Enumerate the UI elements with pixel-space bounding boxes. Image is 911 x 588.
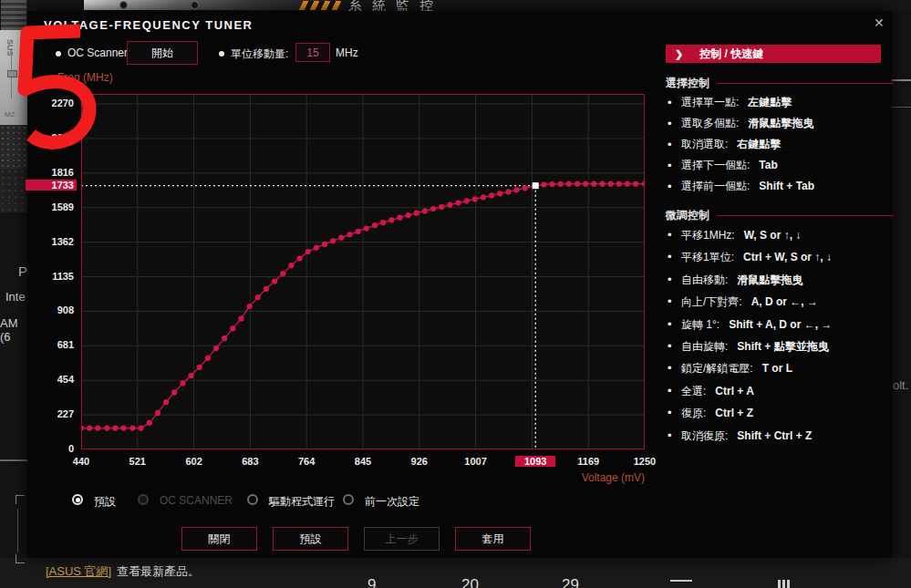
section-divider xyxy=(717,215,894,216)
x-tick-label: 1169 xyxy=(568,456,608,467)
shortcut-item: 自由移動:滑鼠點擊拖曳 xyxy=(666,269,903,291)
shortcut-item: 取消復原:Shift + Ctrl + Z xyxy=(666,425,903,447)
shortcut-item: 選取多個點:滑鼠點擊拖曳 xyxy=(666,113,903,134)
shortcut-item: 平移1MHz:W, S or ↑, ↓ xyxy=(666,224,903,246)
chevron-right-icon: ❯ xyxy=(675,48,683,60)
sus-logo-fragment: SUS xyxy=(5,39,15,57)
minimize-icon xyxy=(670,580,692,582)
vf-curve-chart[interactable]: 0227454681908113513621589173318162043227… xyxy=(81,94,645,449)
finetune-shortcut-list: 平移1MHz:W, S or ↑, ↓ 平移1單位:Ctrl + W, S or… xyxy=(666,224,903,447)
x-tick-label: 764 xyxy=(286,456,326,467)
y-tick-label: 2043 xyxy=(28,132,74,143)
shortcut-item: 平移1單位:Ctrl + W, S or ↑, ↓ xyxy=(666,246,903,268)
footer-text: 查看最新產品。 xyxy=(117,563,200,580)
y-tick-label: 681 xyxy=(28,339,74,350)
shortcut-item: 選擇下一個點:Tab xyxy=(666,155,903,176)
radio-default-label[interactable]: 預設 xyxy=(94,494,116,510)
background-bottom-strip: [ASUS 官網] 查看最新產品。 9 20 29 xyxy=(0,558,911,588)
bullet-icon xyxy=(56,51,61,57)
shortcut-item: 復原:Ctrl + Z xyxy=(666,402,903,424)
radio-oc-scanner-label[interactable]: OC SCANNER xyxy=(160,494,233,507)
step-amount-input[interactable] xyxy=(295,43,330,62)
shortcut-item: 向上/下對齊:A, D or ←, → xyxy=(666,291,903,313)
step-unit-label: MHz xyxy=(336,46,358,59)
close-button[interactable]: 關閉 xyxy=(181,527,257,551)
voltage-frequency-tuner-dialog: VOLTAGE-FREQUENCY TUNER ✕ OC Scanner 開始 … xyxy=(27,11,892,558)
motherboard-diagram-fragment: SUS M2 xyxy=(0,30,27,125)
connector-circle-icon xyxy=(119,1,128,9)
y-tick-label: 1362 xyxy=(28,236,74,247)
close-icon[interactable]: ✕ xyxy=(874,15,885,30)
radio-default[interactable] xyxy=(72,494,83,505)
x-tick-label: 440 xyxy=(61,456,101,467)
shortcut-item: 鎖定/解鎖電壓:T or L xyxy=(666,357,903,379)
x-tick-label: 1007 xyxy=(456,456,496,467)
placeholder-corner xyxy=(16,495,25,504)
background-number-fragment: 29 xyxy=(562,576,579,588)
y-tick-label: 908 xyxy=(28,304,74,315)
y-tick-label: 0 xyxy=(28,443,74,454)
background-number-fragment: 9 xyxy=(368,576,376,588)
background-top-strip: 系統監控 xyxy=(0,0,911,11)
section-title: 微調控制 xyxy=(666,208,709,223)
m2-label: M2 xyxy=(5,110,15,119)
y-tick-label: 1589 xyxy=(28,201,74,212)
pcb-photo-fragment xyxy=(0,125,27,169)
radio-driver-run[interactable] xyxy=(247,494,258,505)
screen: 系統監控 SUS M2 P Inte AM (6 olt. [ASUS 官網] … xyxy=(0,0,911,588)
chart-canvas[interactable] xyxy=(81,94,645,449)
diagram-slider xyxy=(7,70,17,77)
default-button[interactable]: 預設 xyxy=(273,527,348,551)
connector-circle-icon xyxy=(191,1,199,9)
y-tick-label: 454 xyxy=(28,374,74,385)
y-tick-label: 1733 xyxy=(26,180,77,191)
panel-header-title: 控制 / 快速鍵 xyxy=(699,46,763,62)
asus-website-link[interactable]: [ASUS 官網] xyxy=(46,563,111,580)
pin-header-fragment xyxy=(1,0,27,30)
radio-previous-setting[interactable] xyxy=(343,494,354,505)
y-tick-label: 227 xyxy=(28,408,74,419)
section-divider xyxy=(717,83,894,84)
section-selection-control: 選擇控制 xyxy=(666,76,894,91)
bullet-icon xyxy=(219,51,224,57)
step-amount-label: 單位移動量: xyxy=(231,46,288,62)
shortcut-item: 自由旋轉:Shift + 點擊並拖曳 xyxy=(666,335,903,357)
pcb-photo-fragment xyxy=(0,169,27,212)
placeholder-corner xyxy=(16,554,25,563)
controls-hotkeys-header[interactable]: ❯ 控制 / 快速鍵 xyxy=(666,45,881,63)
x-axis-title: Voltage (mV) xyxy=(517,471,645,484)
bars-icon xyxy=(778,580,790,588)
start-button[interactable]: 開始 xyxy=(127,41,198,65)
apply-button[interactable]: 套用 xyxy=(455,527,531,551)
shortcut-item: 全選:Ctrl + A xyxy=(666,380,903,402)
shortcut-item: 選擇前一個點:Shift + Tab xyxy=(666,176,903,197)
x-tick-label: 926 xyxy=(399,456,440,467)
x-tick-label: 1250 xyxy=(625,456,665,467)
section-fine-tune-control: 微調控制 xyxy=(666,208,894,223)
dialog-title: VOLTAGE-FREQUENCY TUNER xyxy=(44,18,254,32)
shortcut-item: 選擇單一點:左鍵點擊 xyxy=(666,92,903,113)
oc-scanner-label: OC Scanner xyxy=(67,46,128,59)
section-title: 選擇控制 xyxy=(666,76,709,91)
x-tick-label: 683 xyxy=(230,456,270,467)
radio-driver-run-label[interactable]: 驅動程式運行 xyxy=(269,494,335,510)
x-tick-label: 845 xyxy=(343,456,383,467)
background-text-fragment: AM (6 xyxy=(0,316,27,344)
y-tick-label: 2270 xyxy=(28,98,74,108)
shortcut-item: 旋轉 1°:Shift + A, D or ←, → xyxy=(666,314,903,335)
y-tick-label: 1816 xyxy=(28,167,74,178)
radio-previous-setting-label[interactable]: 前一次設定 xyxy=(365,494,419,510)
x-tick-label: 1093 xyxy=(515,456,555,467)
x-tick-label: 602 xyxy=(174,456,214,467)
background-left-column: SUS M2 P Inte AM (6 xyxy=(0,0,27,588)
selection-shortcut-list: 選擇單一點:左鍵點擊 選取多個點:滑鼠點擊拖曳 取消選取:右鍵點擊 選擇下一個點… xyxy=(666,92,903,197)
y-axis-title: Freq (MHz) xyxy=(57,71,113,84)
hazard-stripes-icon xyxy=(299,1,342,10)
divider-line xyxy=(0,459,27,461)
radio-oc-scanner[interactable] xyxy=(138,494,149,505)
back-button[interactable]: 上一步 xyxy=(364,527,440,551)
system-monitor-title: 系統監控 xyxy=(348,0,443,11)
background-text-fragment: Inte xyxy=(5,290,26,304)
shortcut-item: 取消選取:右鍵點擊 xyxy=(666,134,903,155)
placeholder-line xyxy=(17,509,18,552)
